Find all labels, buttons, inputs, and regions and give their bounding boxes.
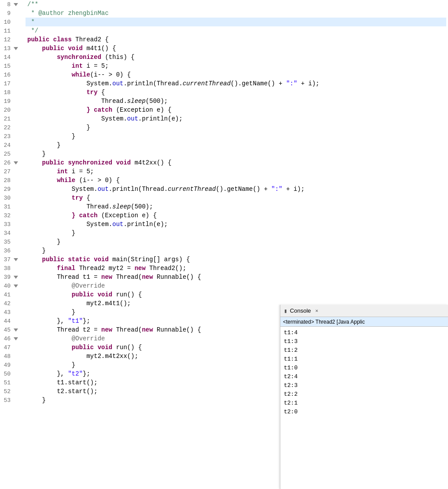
plain-token: } bbox=[27, 150, 46, 157]
gutter-line: 45 bbox=[0, 325, 24, 334]
keyword-token: final bbox=[57, 265, 75, 272]
code-line: Thread.sleep(500); bbox=[26, 202, 446, 211]
console-output: t1:4t1:3t1:2t1:1t1:0t2:4t2:3t2:2t2:1t2:0 bbox=[280, 327, 448, 489]
plain-token: } bbox=[27, 124, 90, 131]
plain-token: i = 5; bbox=[83, 62, 109, 69]
keyword-token: int bbox=[57, 168, 68, 175]
line-number: 32 bbox=[0, 212, 12, 219]
console-close-button[interactable]: ✕ bbox=[316, 308, 319, 314]
field-token: out bbox=[112, 221, 123, 228]
code-line: while (i-- > 0) { bbox=[26, 176, 446, 185]
plain-token: Thread t1 = bbox=[27, 274, 101, 281]
gutter-line: 12 bbox=[0, 35, 24, 44]
field-token: out bbox=[127, 115, 138, 122]
plain-token: Runnable() { bbox=[153, 274, 201, 281]
plain-token: } bbox=[27, 230, 75, 237]
fold-icon[interactable] bbox=[12, 47, 19, 50]
code-line: public static void main(String[] args) { bbox=[26, 255, 446, 264]
line-number: 15 bbox=[0, 63, 12, 69]
line-number: 12 bbox=[0, 36, 12, 43]
line-number: 19 bbox=[0, 98, 12, 105]
gutter-line: 27 bbox=[0, 167, 24, 176]
keyword-token: } catch bbox=[72, 212, 98, 219]
line-number: 40 bbox=[0, 283, 12, 289]
plain-token: (500); bbox=[146, 98, 168, 105]
keyword-token: } catch bbox=[86, 106, 112, 113]
gutter-line: 46 bbox=[0, 334, 24, 343]
code-line: */ bbox=[26, 26, 446, 35]
code-line: Thread t1 = new Thread(new Runnable() { bbox=[26, 273, 446, 281]
field-token: out bbox=[98, 186, 109, 193]
plain-token: System. bbox=[27, 80, 112, 87]
code-line: final Thread2 myt2 = new Thread2(); bbox=[26, 264, 446, 273]
line-number: 50 bbox=[0, 371, 12, 377]
plain-token: .println(Thread. bbox=[123, 80, 182, 87]
code-line: public void m4t1() { bbox=[26, 44, 446, 53]
code-line: } catch (Exception e) { bbox=[26, 106, 446, 114]
code-line: * bbox=[26, 18, 446, 26]
line-number: 13 bbox=[0, 45, 12, 52]
code-line: } bbox=[26, 123, 446, 132]
console-output-line: t1:4 bbox=[284, 328, 444, 337]
plain-token: { bbox=[83, 194, 90, 201]
code-line: public void run() { bbox=[26, 290, 446, 299]
plain-token bbox=[27, 194, 72, 201]
string-token: "t2" bbox=[68, 370, 83, 377]
fold-icon[interactable] bbox=[12, 3, 19, 6]
fold-icon[interactable] bbox=[12, 337, 19, 340]
code-line: System.out.println(Thread.currentThread(… bbox=[26, 79, 446, 88]
keyword-token: public void bbox=[72, 291, 112, 298]
fold-icon[interactable] bbox=[12, 161, 19, 164]
fold-icon[interactable] bbox=[12, 328, 19, 332]
fold-icon[interactable] bbox=[12, 258, 19, 261]
line-number: 28 bbox=[0, 177, 12, 184]
plain-token: myt2.m4t1(); bbox=[27, 300, 131, 307]
comment-token: * bbox=[27, 18, 35, 26]
plain-token: + i); bbox=[283, 186, 305, 193]
plain-token: } bbox=[27, 397, 46, 404]
fold-icon[interactable] bbox=[12, 285, 19, 288]
fold-icon[interactable] bbox=[12, 276, 19, 279]
line-number: 38 bbox=[0, 265, 12, 272]
code-line: System.out.println(Thread.currentThread(… bbox=[26, 185, 446, 193]
plain-token: .println(Thread. bbox=[109, 186, 168, 193]
gutter-line: 48 bbox=[0, 352, 24, 361]
gutter-line: 20 bbox=[0, 106, 24, 114]
plain-token: (i-- > 0) { bbox=[90, 71, 131, 78]
plain-token: }, bbox=[27, 370, 68, 377]
code-line: synchronized (this) { bbox=[26, 53, 446, 62]
keyword-token: new bbox=[101, 326, 112, 333]
plain-token: System. bbox=[27, 115, 127, 122]
line-number: 29 bbox=[0, 186, 12, 193]
line-number: 20 bbox=[0, 107, 12, 113]
gutter-line: 50 bbox=[0, 369, 24, 378]
plain-token bbox=[27, 159, 42, 166]
plain-token bbox=[27, 168, 57, 175]
plain-token bbox=[27, 71, 72, 78]
italic-token: sleep bbox=[112, 203, 131, 210]
plain-token: Thread( bbox=[112, 274, 142, 281]
code-line: } bbox=[26, 246, 446, 255]
plain-token: } bbox=[27, 238, 61, 245]
console-title: Console bbox=[290, 307, 311, 314]
line-number: 27 bbox=[0, 168, 12, 175]
comment-token: */ bbox=[27, 27, 38, 34]
gutter-line: 29 bbox=[0, 185, 24, 193]
line-number: 14 bbox=[0, 54, 12, 61]
console-icon: ▮ bbox=[284, 307, 287, 314]
keyword-token: try bbox=[86, 89, 97, 96]
keyword-token: public void bbox=[72, 344, 112, 351]
gutter-line: 44 bbox=[0, 317, 24, 325]
code-line: } bbox=[26, 141, 446, 150]
gutter-line: 34 bbox=[0, 229, 24, 237]
plain-token: myt2.m4t2xx(); bbox=[27, 353, 138, 360]
line-number: 47 bbox=[0, 344, 12, 351]
line-number: 21 bbox=[0, 116, 12, 122]
console-output-line: t1:3 bbox=[284, 337, 444, 346]
string-token: ":" bbox=[272, 186, 283, 193]
gutter-line: 32 bbox=[0, 211, 24, 220]
console-panel: ▮ Console ✕ <terminated> Thread2 [Java A… bbox=[280, 305, 448, 489]
plain-token bbox=[27, 54, 57, 61]
console-header: ▮ Console ✕ bbox=[280, 305, 448, 317]
line-number: 18 bbox=[0, 89, 12, 96]
